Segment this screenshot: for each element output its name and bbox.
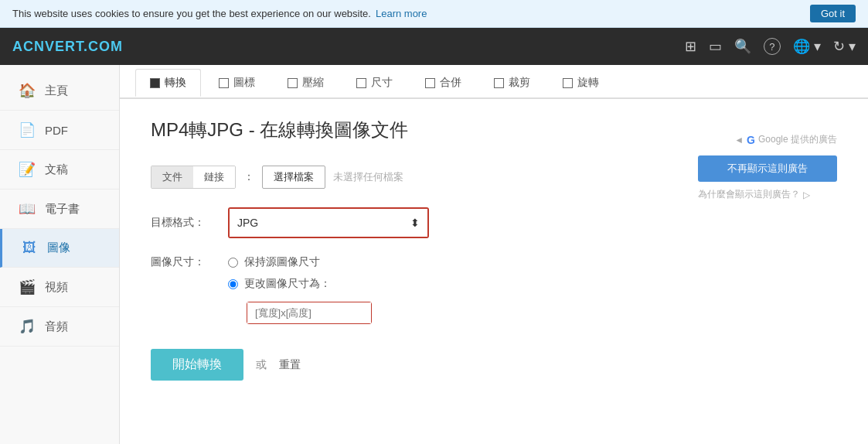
google-ad-text: Google 提供的廣告 bbox=[758, 133, 837, 146]
ad-arrow-icon: ◄ bbox=[734, 135, 744, 145]
sidebar-label-image: 圖像 bbox=[47, 241, 70, 255]
tab-resize[interactable]: 尺寸 bbox=[342, 69, 407, 97]
change-size-radio[interactable] bbox=[228, 279, 238, 289]
action-row: 開始轉換 或 重置 bbox=[151, 349, 667, 381]
logo: ACNVERT.COM bbox=[12, 39, 123, 55]
tab-watermark-label: 圖標 bbox=[233, 76, 255, 90]
tab-resize-checkbox bbox=[356, 78, 366, 88]
tab-compress-checkbox bbox=[288, 78, 298, 88]
keep-size-option[interactable]: 保持源圖像尺寸 bbox=[228, 255, 372, 269]
sidebar-item-image[interactable]: 🖼 圖像 bbox=[0, 229, 119, 268]
sidebar-item-home[interactable]: 🏠 主頁 bbox=[0, 71, 119, 111]
tab-rotate-label: 旋轉 bbox=[577, 76, 599, 90]
choose-file-button[interactable]: 選擇檔案 bbox=[262, 166, 325, 189]
language-icon[interactable]: 🌐 ▾ bbox=[793, 38, 821, 55]
size-options: 保持源圖像尺寸 更改圖像尺寸為： bbox=[228, 255, 372, 324]
why-show-text: 為什麼會顯示這則廣告？ bbox=[698, 188, 800, 201]
file-tab-file[interactable]: 文件 bbox=[151, 166, 193, 188]
image-size-row: 圖像尺寸： 保持源圖像尺寸 更改圖像尺寸為： bbox=[151, 255, 667, 324]
tab-rotate[interactable]: 旋轉 bbox=[548, 69, 614, 97]
tab-crop[interactable]: 裁剪 bbox=[479, 69, 545, 97]
logo-prefix: AC bbox=[12, 39, 34, 54]
sidebar-label-document: 文稿 bbox=[45, 162, 68, 177]
logo-suffix: VERT.COM bbox=[45, 39, 123, 54]
format-label: 目標格式： bbox=[151, 216, 228, 230]
sidebar-item-pdf[interactable]: 📄 PDF bbox=[0, 111, 119, 150]
logo-middle: N bbox=[34, 39, 45, 54]
form-section: MP4轉JPG - 在線轉換圖像文件 文件 鏈接 ： 選擇檔案 未選擇任何檔案 … bbox=[151, 118, 667, 381]
image-size-label: 圖像尺寸： bbox=[151, 255, 228, 269]
no-file-text: 未選擇任何檔案 bbox=[333, 170, 403, 184]
file-colon: ： bbox=[243, 170, 254, 184]
tab-watermark-checkbox bbox=[219, 78, 229, 88]
format-select-inner[interactable]: JPG ⬍ bbox=[230, 209, 427, 237]
cookie-banner: This website uses cookies to ensure you … bbox=[0, 0, 868, 28]
home-icon: 🏠 bbox=[19, 82, 36, 99]
file-input-row: 文件 鏈接 ： 選擇檔案 未選擇任何檔案 bbox=[151, 166, 667, 189]
sidebar-label-video: 視頻 bbox=[45, 280, 68, 295]
sidebar-label-pdf: PDF bbox=[45, 124, 68, 137]
sidebar: 🏠 主頁 📄 PDF 📝 文稿 📖 電子書 🖼 圖像 🎬 視頻 🎵 音頻 bbox=[0, 65, 120, 444]
tab-crop-label: 裁剪 bbox=[509, 76, 530, 90]
grid-icon[interactable]: ⊞ bbox=[685, 38, 696, 55]
format-select-wrapper: JPG ⬍ bbox=[228, 207, 429, 238]
audio-icon: 🎵 bbox=[19, 318, 36, 335]
tab-convert-checkbox bbox=[150, 78, 160, 88]
got-it-button[interactable]: Got it bbox=[810, 5, 856, 22]
select-arrow-icon: ⬍ bbox=[410, 217, 420, 229]
video-icon: 🎬 bbox=[19, 278, 36, 295]
pdf-icon: 📄 bbox=[19, 121, 36, 138]
why-show-arrow-icon: ▷ bbox=[803, 190, 810, 200]
help-icon[interactable]: ? bbox=[764, 38, 781, 55]
top-nav: ACNVERT.COM ⊞ ▭ 🔍 ? 🌐 ▾ ↻ ▾ bbox=[0, 28, 868, 65]
tab-rotate-checkbox bbox=[563, 78, 573, 88]
tab-resize-label: 尺寸 bbox=[371, 76, 393, 90]
sidebar-label-audio: 音頻 bbox=[45, 319, 68, 334]
sidebar-item-audio[interactable]: 🎵 音頻 bbox=[0, 307, 119, 347]
refresh-icon[interactable]: ↻ ▾ bbox=[833, 38, 856, 55]
nav-icons: ⊞ ▭ 🔍 ? 🌐 ▾ ↻ ▾ bbox=[685, 38, 856, 55]
change-size-option[interactable]: 更改圖像尺寸為： bbox=[228, 277, 372, 291]
ad-section: ◄ G Google 提供的廣告 不再顯示這則廣告 為什麼會顯示這則廣告？ ▷ bbox=[698, 118, 837, 381]
content-area: 轉換 圖標 壓縮 尺寸 合併 裁剪 bbox=[120, 65, 868, 444]
change-size-label: 更改圖像尺寸為： bbox=[244, 277, 331, 291]
sidebar-item-video[interactable]: 🎬 視頻 bbox=[0, 268, 119, 307]
ebook-icon: 📖 bbox=[19, 200, 36, 217]
main-content: MP4轉JPG - 在線轉換圖像文件 文件 鏈接 ： 選擇檔案 未選擇任何檔案 … bbox=[120, 99, 868, 399]
keep-size-label: 保持源圖像尺寸 bbox=[244, 255, 320, 269]
start-convert-button[interactable]: 開始轉換 bbox=[151, 349, 243, 381]
tab-merge[interactable]: 合併 bbox=[410, 69, 476, 97]
resize-input-box bbox=[247, 302, 372, 324]
reset-button[interactable]: 重置 bbox=[279, 358, 301, 372]
document-icon: 📝 bbox=[19, 161, 36, 178]
format-value: JPG bbox=[237, 217, 258, 229]
tab-watermark[interactable]: 圖標 bbox=[204, 69, 270, 97]
main-wrapper: 🏠 主頁 📄 PDF 📝 文稿 📖 電子書 🖼 圖像 🎬 視頻 🎵 音頻 bbox=[0, 65, 868, 444]
file-tab-link[interactable]: 鏈接 bbox=[193, 166, 235, 188]
google-ad-label: G Google 提供的廣告 bbox=[747, 133, 837, 146]
tab-convert-label: 轉換 bbox=[165, 76, 186, 90]
cookie-text: This website uses cookies to ensure you … bbox=[12, 8, 427, 19]
keep-size-radio[interactable] bbox=[228, 258, 238, 268]
search-icon[interactable]: 🔍 bbox=[734, 38, 751, 55]
resize-dimensions-input[interactable] bbox=[247, 302, 371, 323]
sidebar-item-document[interactable]: 📝 文稿 bbox=[0, 150, 119, 190]
ad-label: ◄ G Google 提供的廣告 bbox=[698, 133, 837, 146]
tab-bar: 轉換 圖標 壓縮 尺寸 合併 裁剪 bbox=[120, 65, 868, 99]
format-row: 目標格式： JPG ⬍ bbox=[151, 207, 667, 238]
cookie-message: This website uses cookies to ensure you … bbox=[12, 8, 371, 19]
sidebar-item-ebook[interactable]: 📖 電子書 bbox=[0, 190, 119, 229]
tab-merge-label: 合併 bbox=[440, 76, 461, 90]
or-text: 或 bbox=[256, 358, 267, 372]
tab-convert[interactable]: 轉換 bbox=[135, 69, 201, 97]
file-tab-group: 文件 鏈接 bbox=[151, 166, 236, 189]
why-show-ad[interactable]: 為什麼會顯示這則廣告？ ▷ bbox=[698, 188, 837, 201]
sidebar-label-ebook: 電子書 bbox=[45, 202, 80, 217]
sidebar-label-home: 主頁 bbox=[45, 84, 68, 98]
tablet-icon[interactable]: ▭ bbox=[709, 38, 722, 55]
no-show-ad-button[interactable]: 不再顯示這則廣告 bbox=[698, 155, 837, 182]
page-title: MP4轉JPG - 在線轉換圖像文件 bbox=[151, 118, 667, 142]
image-icon: 🖼 bbox=[21, 240, 38, 256]
learn-more-link[interactable]: Learn more bbox=[376, 8, 427, 19]
tab-compress[interactable]: 壓縮 bbox=[273, 69, 339, 97]
